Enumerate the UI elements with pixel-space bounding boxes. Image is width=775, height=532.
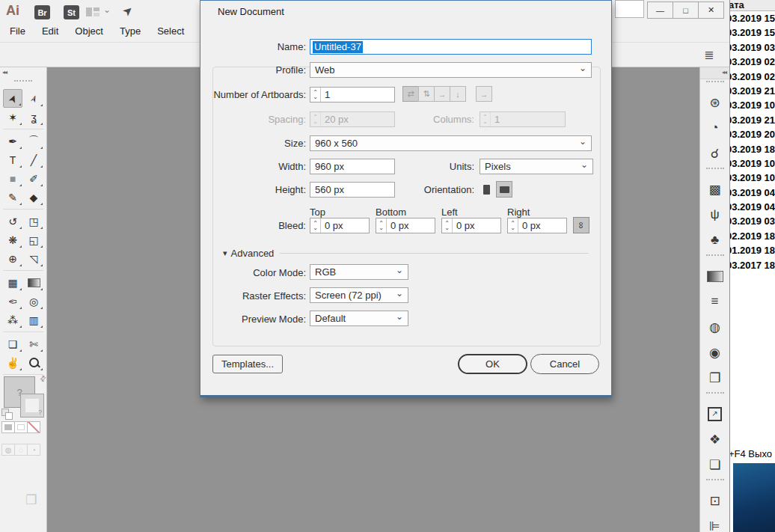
profile-dropdown[interactable]: Web ⌄: [310, 62, 592, 78]
dock-collapse-icon[interactable]: ◂◂: [700, 67, 729, 79]
curvature-tool[interactable]: ⌒: [24, 132, 43, 150]
transform-icon[interactable]: ⊡: [700, 488, 729, 513]
date-row[interactable]: 03.2019 18: [729, 142, 775, 156]
date-row[interactable]: 03.2019 20: [729, 127, 775, 141]
line-segment-tool[interactable]: ╱: [24, 150, 43, 169]
spin-down-icon[interactable]: ⌄: [313, 226, 318, 230]
slice-tool[interactable]: ✄: [24, 334, 43, 353]
date-row[interactable]: 03.2019 21: [729, 84, 775, 98]
bridge-button[interactable]: Br: [34, 5, 50, 19]
menu-object[interactable]: Object: [67, 21, 111, 42]
list-options-icon[interactable]: ≣: [704, 48, 714, 62]
date-row[interactable]: 03.2019 04: [729, 200, 775, 214]
panel-gripper[interactable]: [14, 80, 32, 88]
height-input[interactable]: 560 px: [310, 182, 395, 198]
chevron-down-icon[interactable]: ⌄: [103, 4, 111, 15]
ok-button[interactable]: OK: [458, 354, 527, 374]
direct-selection-tool[interactable]: ➢: [24, 89, 43, 108]
date-row[interactable]: 03.2019 02: [729, 70, 775, 84]
stroke-icon[interactable]: ≡: [700, 289, 729, 314]
screen-mode-icon[interactable]: ❐: [25, 492, 37, 508]
color-mode-dropdown[interactable]: RGB ⌄: [310, 264, 408, 280]
bleed-bottom-spinner[interactable]: ⌃⌄ 0 px: [376, 218, 435, 233]
spinner-arrows[interactable]: ⌃⌄: [508, 218, 518, 233]
paintbrush-tool[interactable]: ✐: [24, 169, 43, 188]
search-field-partial[interactable]: [615, 0, 644, 18]
pen-tool[interactable]: ✒: [3, 132, 22, 150]
arrange-option-3[interactable]: ↓: [450, 86, 466, 102]
gradient-tool[interactable]: [24, 273, 43, 292]
default-fill-stroke-icon[interactable]: [1, 409, 12, 419]
type-tool[interactable]: T: [3, 150, 22, 169]
spin-down-icon[interactable]: ⌄: [313, 95, 318, 100]
name-input[interactable]: Untitled-37: [310, 39, 592, 55]
maximize-button[interactable]: □: [673, 1, 699, 19]
selection-tool[interactable]: ➤: [3, 89, 22, 108]
advanced-section-header[interactable]: ▾ Advanced: [223, 248, 589, 259]
date-row[interactable]: 03.2019 10: [729, 156, 775, 171]
draw-inside-icon[interactable]: ◔: [27, 444, 40, 456]
spinner-arrows[interactable]: ⌃⌄: [442, 218, 453, 233]
bleed-top-spinner[interactable]: ⌃⌄ 0 px: [310, 218, 370, 233]
rectangle-tool[interactable]: ■: [3, 169, 22, 188]
scale-tool[interactable]: ◳: [24, 212, 43, 230]
arrange-option-1[interactable]: ⇅: [418, 86, 435, 102]
bleed-link-button[interactable]: ∞: [573, 217, 589, 233]
graphic-styles-icon[interactable]: ❐: [700, 365, 729, 391]
bleed-left-spinner[interactable]: ⌃⌄ 0 px: [441, 218, 501, 233]
date-row[interactable]: 01.2019 18: [729, 243, 775, 257]
hand-tool[interactable]: ✌: [3, 353, 22, 372]
puppet-warp-tool[interactable]: ❋: [3, 230, 22, 249]
raster-effects-dropdown[interactable]: Screen (72 ppi) ⌄: [310, 287, 408, 303]
gradient-icon[interactable]: [700, 263, 729, 289]
date-row[interactable]: 03.2019 03: [729, 214, 775, 228]
orientation-portrait-button[interactable]: [478, 181, 494, 198]
panel-gripper[interactable]: [706, 392, 724, 400]
swatches-icon[interactable]: ▩: [700, 177, 729, 202]
rotate-tool[interactable]: ↺: [3, 212, 22, 230]
artboards-spinner[interactable]: ⌃ ⌄ 1: [310, 87, 395, 103]
arrange-documents-icon[interactable]: [86, 7, 99, 16]
eraser-tool[interactable]: ◆: [24, 188, 43, 207]
date-row[interactable]: 03.2019 04: [729, 186, 775, 200]
artboards-icon[interactable]: ❏: [700, 452, 729, 477]
exit-menu-item[interactable]: +F4 Выхо: [729, 447, 774, 462]
width-input[interactable]: 960 px: [310, 159, 395, 174]
templates-button[interactable]: Templates...: [212, 355, 283, 373]
arrange-option-2[interactable]: →: [434, 86, 450, 102]
date-row[interactable]: 02.2019 18: [729, 229, 775, 243]
panel-gripper[interactable]: [706, 168, 724, 175]
cancel-button[interactable]: Cancel: [530, 354, 599, 374]
zoom-tool[interactable]: [24, 353, 43, 372]
size-dropdown[interactable]: 960 x 560 ⌄: [310, 135, 592, 151]
blend-tool[interactable]: ◎: [24, 292, 43, 311]
stock-button[interactable]: St: [64, 5, 79, 19]
transparency-icon[interactable]: ◍: [700, 314, 729, 340]
date-row[interactable]: 03.2017 18: [729, 258, 775, 272]
export-icon[interactable]: ↗: [700, 401, 729, 426]
units-dropdown[interactable]: Pixels ⌄: [480, 159, 593, 174]
color-guide-icon[interactable]: ◔: [700, 115, 729, 141]
bleed-right-spinner[interactable]: ⌃⌄ 0 px: [507, 218, 567, 233]
mesh-tool[interactable]: ▦: [3, 273, 22, 292]
close-button[interactable]: ✕: [698, 1, 724, 19]
shape-builder-tool[interactable]: ⊕: [3, 249, 22, 268]
layers-icon[interactable]: ❖: [700, 426, 729, 452]
draw-normal-icon[interactable]: ◍: [1, 444, 15, 456]
panel-gripper[interactable]: [706, 479, 724, 486]
panel-gripper[interactable]: [706, 81, 724, 88]
spinner-arrows[interactable]: ⌃⌄: [310, 218, 321, 233]
appearance-icon[interactable]: ◉: [700, 340, 729, 365]
swap-fill-stroke-icon[interactable]: ⇄: [37, 373, 48, 384]
spinner-arrows[interactable]: ⌃⌄: [376, 218, 387, 233]
lasso-tool[interactable]: ʓ: [24, 108, 43, 126]
orientation-landscape-button[interactable]: [496, 181, 512, 198]
eyedropper-tool[interactable]: ✑: [3, 292, 22, 311]
menu-type[interactable]: Type: [111, 21, 149, 42]
preview-mode-dropdown[interactable]: Default ⌄: [310, 311, 408, 326]
none-button[interactable]: [27, 421, 40, 433]
arrange-option-0[interactable]: ⇄: [402, 86, 419, 102]
spinner-arrows[interactable]: ⌃ ⌄: [310, 88, 321, 102]
stroke-swatch[interactable]: ?: [20, 394, 44, 418]
spin-down-icon[interactable]: ⌄: [379, 226, 384, 230]
